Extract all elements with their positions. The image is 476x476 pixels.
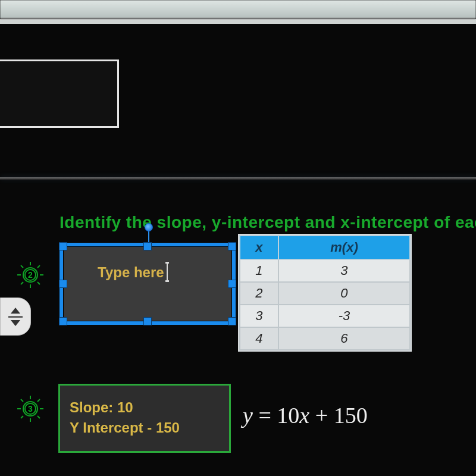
chevron-up-icon[interactable] [11, 308, 20, 314]
resize-handle-tr[interactable] [228, 242, 236, 250]
cell-fx: 3 [278, 259, 410, 282]
textbox-placeholder[interactable]: Type here [63, 246, 164, 281]
instruction-text: Identify the slope, y-intercept and x-in… [60, 213, 476, 232]
resize-handle-tm[interactable] [143, 242, 152, 250]
window-chrome [0, 0, 476, 19]
table-row: 4 6 [240, 327, 410, 350]
rotate-handle[interactable] [145, 223, 153, 231]
svg-line-5 [21, 265, 23, 268]
function-table: x m(x) 1 3 2 0 3 -3 4 6 [239, 235, 411, 350]
resize-handle-ml[interactable] [59, 280, 67, 288]
slide-stage: Identify the slope, y-intercept and x-in… [0, 24, 476, 476]
resize-handle-mr[interactable] [228, 280, 236, 288]
idea-bulb-icon[interactable]: 3 [14, 393, 46, 425]
resize-handle-bm[interactable] [143, 317, 152, 325]
resize-handle-br[interactable] [228, 317, 236, 325]
equation-text: y = 10x + 150 [243, 402, 368, 428]
eq-plus: + [315, 403, 328, 428]
table-row: 1 3 [240, 259, 410, 282]
cell-x: 1 [240, 259, 278, 282]
eq-coef: 10 [277, 403, 299, 428]
eq-var: x [299, 403, 309, 428]
chrome-gap [0, 19, 476, 24]
answer-line-slope: Slope: 10 [70, 397, 220, 418]
stage-divider [0, 177, 476, 180]
cell-x: 4 [240, 327, 278, 350]
stepper-divider [8, 316, 23, 318]
svg-line-14 [21, 399, 23, 402]
cell-fx: 6 [278, 327, 410, 350]
chevron-down-icon[interactable] [11, 320, 20, 326]
text-cursor-icon [165, 262, 169, 282]
empty-placeholder-box[interactable] [0, 60, 119, 128]
selected-text-box[interactable]: Type here [60, 243, 236, 325]
table-header-row: x m(x) [240, 236, 410, 259]
cell-x: 3 [240, 305, 278, 327]
answer-line-yint: Y Intercept - 150 [70, 418, 220, 438]
cell-fx: -3 [278, 305, 410, 327]
cell-x: 2 [240, 282, 278, 305]
resize-handle-tl[interactable] [59, 242, 67, 250]
svg-line-16 [37, 399, 40, 402]
bulb-number: 3 [24, 403, 36, 415]
slide-stepper[interactable] [0, 298, 31, 336]
col-fx-header: m(x) [278, 236, 410, 259]
answer-text-box[interactable]: Slope: 10 Y Intercept - 150 [58, 384, 231, 453]
col-x-header: x [240, 236, 278, 259]
svg-line-6 [37, 282, 40, 284]
eq-const: 150 [334, 403, 368, 428]
svg-line-7 [37, 265, 40, 268]
svg-line-15 [37, 416, 40, 418]
cell-fx: 0 [278, 282, 410, 305]
svg-line-8 [21, 282, 23, 284]
bulb-number: 2 [24, 269, 36, 281]
svg-line-17 [21, 416, 23, 418]
resize-handle-bl[interactable] [59, 317, 67, 325]
eq-lhs: y [243, 403, 253, 428]
table-row: 3 -3 [240, 305, 410, 327]
table-row: 2 0 [240, 282, 410, 305]
idea-bulb-icon[interactable]: 2 [14, 259, 46, 291]
eq-equals: = [258, 403, 271, 428]
